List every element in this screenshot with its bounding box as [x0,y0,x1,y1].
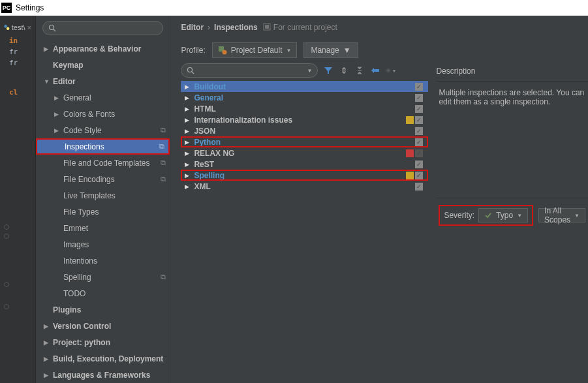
sidebar-item-plugins[interactable]: Plugins [36,301,170,318]
sidebar-item-keymap[interactable]: Keymap [36,57,170,73]
sidebar-item-images[interactable]: Images [36,236,170,253]
inspection-row-rest[interactable]: ▶ReST [181,159,428,170]
inspection-checkbox[interactable] [415,161,423,168]
svg-point-0 [4,25,7,27]
severity-swatch [406,149,414,157]
expand-icon[interactable] [339,65,349,76]
inspection-checkbox[interactable] [415,138,423,146]
inspection-label: Spelling [194,171,406,180]
settings-main: Editor › Inspections For current project… [170,16,588,383]
sidebar-item-label: Images [63,240,89,249]
fold-marker[interactable] [4,234,9,239]
sidebar-item-build-execution-deployment[interactable]: ▶Build, Execution, Deployment [36,350,170,367]
check-icon [484,211,492,219]
sidebar-item-label: Keymap [53,61,84,70]
description-column: Description Multiple inspections are sel… [428,61,588,383]
profile-combo[interactable]: Project Default ▼ [212,42,298,58]
sidebar-item-intentions[interactable]: Intentions [36,253,170,269]
inspection-checkbox[interactable] [415,149,423,157]
inspection-label: Internationalization issues [194,115,406,125]
copy-icon[interactable]: ⧉ [161,126,166,134]
inspection-row-relax-ng[interactable]: ▶RELAX NG [181,147,428,159]
sidebar-item-appearance-behavior[interactable]: ▶Appearance & Behavior [36,40,170,57]
tree-arrow-icon: ▶ [54,95,61,101]
sidebar-item-file-encodings[interactable]: File Encodings⧉ [36,171,170,187]
copy-icon[interactable]: ⧉ [161,159,166,167]
sidebar-item-inspections[interactable]: Inspections⧉ [36,138,170,155]
inspection-checkbox[interactable] [415,83,423,91]
severity-combo[interactable]: Typo ▼ [478,208,528,222]
inspection-label: Python [194,138,415,147]
sidebar-item-file-types[interactable]: File Types [36,204,170,220]
sidebar-item-label: Emmet [63,224,88,233]
inspection-checkbox[interactable] [415,127,423,135]
sidebar-item-emmet[interactable]: Emmet [36,220,170,236]
copy-icon[interactable]: ⧉ [159,142,164,151]
inspection-row-internationalization-issues[interactable]: ▶Internationalization issues [181,114,428,125]
sidebar-item-colors-fonts[interactable]: ▶Colors & Fonts [36,106,170,122]
python-file-icon [4,24,10,31]
fold-marker[interactable] [4,282,9,287]
file-tab[interactable]: test\ × [0,21,35,34]
sidebar-item-label: Spelling [63,273,91,282]
sidebar-item-spelling[interactable]: Spelling⧉ [36,269,170,285]
inspection-row-html[interactable]: ▶HTML [181,103,428,114]
manage-button[interactable]: Manage ▼ [303,42,358,58]
filter-icon[interactable] [323,65,333,76]
sidebar-item-editor[interactable]: ▼Editor [36,73,170,89]
project-scope-label: For current project [273,23,337,32]
sidebar-item-label: File Encodings [63,175,115,184]
tree-arrow-icon: ▶ [54,111,61,117]
inspection-row-python[interactable]: ▶Python [181,136,428,147]
severity-swatch [406,172,414,179]
sidebar-item-todo[interactable]: TODO [36,285,170,301]
inspection-checkbox[interactable] [415,172,423,179]
breadcrumb-root[interactable]: Editor [181,23,204,32]
close-icon[interactable]: × [27,23,31,31]
sidebar-item-file-and-code-templates[interactable]: File and Code Templates⧉ [36,155,170,171]
chevron-down-icon: ▼ [343,46,351,55]
sidebar-item-version-control[interactable]: ▶Version Control [36,318,170,334]
inspection-checkbox[interactable] [415,183,423,191]
sidebar-item-label: Code Style [63,126,102,135]
sidebar-item-live-templates[interactable]: Live Templates [36,187,170,204]
scope-combo[interactable]: In All Scopes ▼ [538,208,585,222]
inspection-row-spelling[interactable]: ▶Spelling [181,170,428,181]
code-fragment: cl [0,88,35,97]
svg-line-9 [192,72,194,74]
inspection-checkbox[interactable] [415,105,423,113]
copy-icon[interactable]: ⧉ [161,273,166,281]
fold-marker[interactable] [4,224,9,230]
inspection-checkbox[interactable] [415,116,423,124]
sidebar-item-languages-frameworks[interactable]: ▶Languages & Frameworks [36,367,170,383]
severity-swatch [406,116,414,124]
tree-arrow-icon: ▶ [185,172,191,179]
tree-arrow-icon: ▶ [185,106,191,112]
sidebar-item-general[interactable]: ▶General [36,89,170,106]
scope-value: In All Scopes [544,206,570,224]
chevron-down-icon[interactable]: ▼ [307,68,313,74]
sidebar-item-label: General [63,93,91,102]
tree-arrow-icon: ▶ [185,95,191,101]
reset-icon[interactable] [370,65,380,76]
inspection-row-xml[interactable]: ▶XML [181,181,428,192]
gear-icon[interactable]: ▼ [386,65,396,76]
inspection-checkbox[interactable] [415,94,423,102]
settings-search[interactable] [42,21,163,35]
copy-icon[interactable]: ⧉ [161,175,166,183]
tree-arrow-icon: ▼ [44,78,50,85]
collapse-icon[interactable] [354,65,365,76]
sidebar-item-label: Version Control [53,322,111,331]
inspection-row-buildout[interactable]: ▶Buildout [181,81,428,92]
svg-point-1 [7,27,9,30]
inspection-row-json[interactable]: ▶JSON [181,125,428,136]
inspection-label: General [194,93,415,102]
profile-row: Profile: Project Default ▼ Manage ▼ [170,39,588,61]
inspection-row-general[interactable]: ▶General [181,92,428,103]
tree-arrow-icon: ▶ [185,161,191,168]
sidebar-item-code-style[interactable]: ▶Code Style⧉ [36,122,170,138]
sidebar-item-project-python[interactable]: ▶Project: python [36,334,170,350]
tree-arrow-icon: ▶ [44,46,50,52]
inspections-search[interactable]: ▼ [181,63,318,78]
fold-marker[interactable] [4,304,9,309]
